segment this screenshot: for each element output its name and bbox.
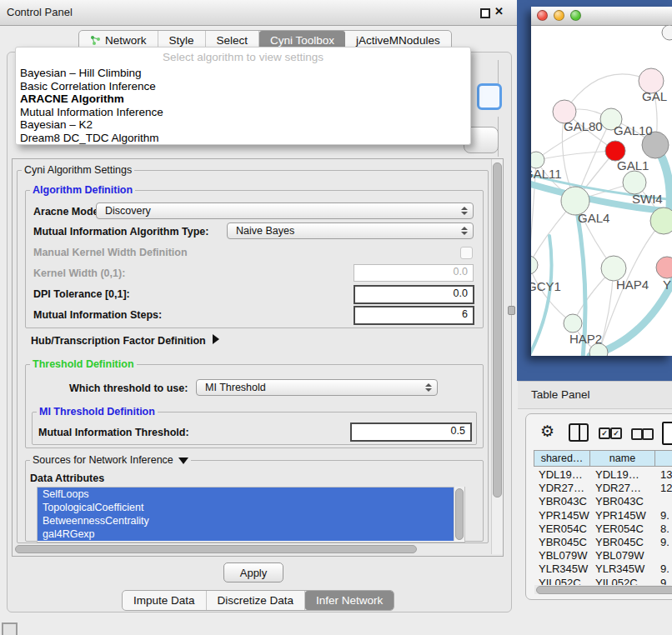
hub-section-label: Hub/Transcription Factor Definition [31,335,206,347]
algorithm-dropdown-items: Bayesian – Hill ClimbingBasic Correlatio… [16,67,470,144]
table-row[interactable]: YPR145WYPR145W9. [534,509,672,522]
tab-label: jActiveMNodules [356,34,440,47]
node-label-hap4: HAP4 [616,278,649,292]
dpi-tolerance-field[interactable]: 0.0 [354,285,474,304]
node-hap2[interactable] [564,314,582,332]
table-cell: 13 [660,468,672,482]
tab-infer-network[interactable]: Infer Network [305,591,394,610]
mi-steps-field[interactable]: 6 [354,306,474,325]
mac-minimize-button[interactable] [554,10,564,21]
tab-discretize-data[interactable]: Discretize Data [207,591,306,610]
tab-label: Network [105,34,147,47]
tab-label: Select [217,34,248,47]
network-edge-highlighted [531,236,552,356]
table-row[interactable]: YBR043CYBR043C [534,495,672,508]
close-window-icon[interactable]: ✕ [494,5,504,18]
checked-checkbox-icon-2[interactable]: ✓ [610,428,622,439]
cyni-algorithm-settings-title: Cyni Algorithm Settings [22,164,134,176]
node-label-gal4: GAL4 [578,211,609,225]
column-header-name[interactable]: name [589,450,655,467]
attribute-item-topologicalcoefficient[interactable]: TopologicalCoefficient [38,501,454,514]
table-row[interactable]: YIL052CYIL052C9. [534,577,672,586]
unchecked-checkbox-icon-2[interactable] [642,428,654,440]
settings-horizontal-scrollbar[interactable] [13,544,489,553]
table-cell: YDL19… [539,468,583,482]
network-canvas[interactable]: GALGAL80GAL10GAL1GAL11GAL4SWI4GCY1HAP4YH… [531,25,672,356]
mi-threshold-label: Mutual Information Threshold: [38,427,189,438]
table-cell: YBL079W [539,549,588,562]
column-header-shared[interactable]: shared… [534,450,590,467]
gear-icon[interactable]: ⚙ [540,423,554,439]
table-horizontal-scrollbar-thumb[interactable] [536,586,672,594]
settings-horizontal-scrollbar-thumb[interactable] [15,545,417,553]
attribute-item-selfloops[interactable]: SelfLoops [38,488,454,501]
table-row[interactable]: YDL19…YDL19…13 [534,468,672,482]
table-row[interactable]: YBL079WYBL079W [534,549,672,562]
network-edge [536,151,615,160]
which-threshold-combo[interactable]: MI Threshold [196,379,438,396]
threshold-definition-title: Threshold Definition [30,358,137,370]
settings-vertical-scrollbar[interactable] [491,159,503,554]
node-gal1[interactable] [623,171,646,194]
attribute-item-betweennesscentrality[interactable]: BetweennessCentrality [38,514,454,528]
node-swi4[interactable] [650,208,672,234]
hub-section-toggle[interactable]: Hub/Transcription Factor Definition [31,334,219,347]
table-row[interactable]: YER054CYER054C8. [534,522,672,536]
table-cell: 9. [660,577,669,586]
algorithm-option-bayesian-hill-climbing[interactable]: Bayesian – Hill Climbing [16,67,470,80]
data-attributes-label: Data Attributes [30,472,104,484]
combo-arrows-icon [425,383,432,392]
settings-vertical-scrollbar-thumb[interactable] [493,162,502,498]
table-panel-header: Table Panel [518,381,672,409]
mi-threshold-field[interactable]: 0.5 [350,422,472,442]
dpi-tolerance-label: DPI Tolerance [0,1]: [33,288,130,300]
mi-type-combo[interactable]: Naive Bayes [227,222,474,239]
attributes-scrollbar-thumb[interactable] [455,488,464,540]
table-cell: YBR045C [539,536,587,549]
sources-toggle[interactable]: Sources for Network Inference [30,454,191,466]
node-gal11[interactable] [531,152,544,168]
float-window-icon[interactable] [480,8,490,18]
mac-close-button[interactable] [537,10,548,21]
network-edge [564,74,651,112]
algorithm-option-aracne-algorithm[interactable]: ARACNE Algorithm [16,92,470,106]
node-label-gcy1: GCY1 [531,279,561,293]
node-label-y: Y [663,278,671,292]
panel-divider-handle[interactable] [508,306,515,315]
column-split-icon[interactable] [569,423,589,442]
checked-checkbox-icon-1[interactable]: ✓ [599,428,610,439]
tab-impute-data[interactable]: Impute Data [123,591,207,610]
unchecked-checkbox-icon-1[interactable] [631,428,643,440]
algorithm-option-basic-correlation-inference[interactable]: Basic Correlation Inference [16,80,470,93]
node-label-hap2: HAP2 [569,332,602,346]
node-label-gal10: GAL10 [614,123,653,138]
mac-zoom-button[interactable] [570,10,581,21]
node-label-swi4: SWI4 [632,192,663,206]
attributes-scrollbar[interactable] [454,487,464,541]
table-row[interactable]: YDR27…YDR27…12 [534,482,672,495]
node-right-pink[interactable] [656,257,672,278]
algorithm-option-dream8-dc-tdc-algorithm[interactable]: Dream8 DC_TDC Algorithm [16,132,470,145]
table-row[interactable]: YBR045CYBR045C9. [534,536,672,549]
apply-button[interactable]: Apply [223,562,283,582]
node-gcy1[interactable] [531,256,538,274]
kernel-width-field[interactable]: 0.0 [354,264,474,282]
network-tab-icon [90,35,101,46]
attribute-item-gal4rgexp[interactable]: gal4RGexp [38,528,454,541]
data-attributes-list[interactable]: SelfLoopsTopologicalCoefficientBetweenne… [37,487,465,542]
node-top-edge[interactable] [662,25,672,40]
manual-kernel-checkbox[interactable] [460,247,473,259]
node-label-gal11: GAL11 [531,167,562,181]
table-cell: YIL052C [595,577,638,586]
network-window-titlebar[interactable] [531,7,672,26]
algorithm-option-bayesian-k2[interactable]: Bayesian – K2 [16,118,470,132]
table-horizontal-scrollbar[interactable] [534,585,671,594]
aracne-mode-combo[interactable]: Discovery [96,202,474,219]
table-cell: YBL079W [595,549,644,562]
column-header-3[interactable] [654,450,672,467]
table-mode-icon[interactable] [662,422,672,445]
algorithm-option-mutual-information-inference[interactable]: Mutual Information Inference [16,106,470,119]
table-row[interactable]: YLR345WYLR345W9. [534,562,672,576]
minimized-panel-icon[interactable] [2,622,18,635]
manual-kernel-label: Manual Kernel Width Definition [33,247,188,258]
